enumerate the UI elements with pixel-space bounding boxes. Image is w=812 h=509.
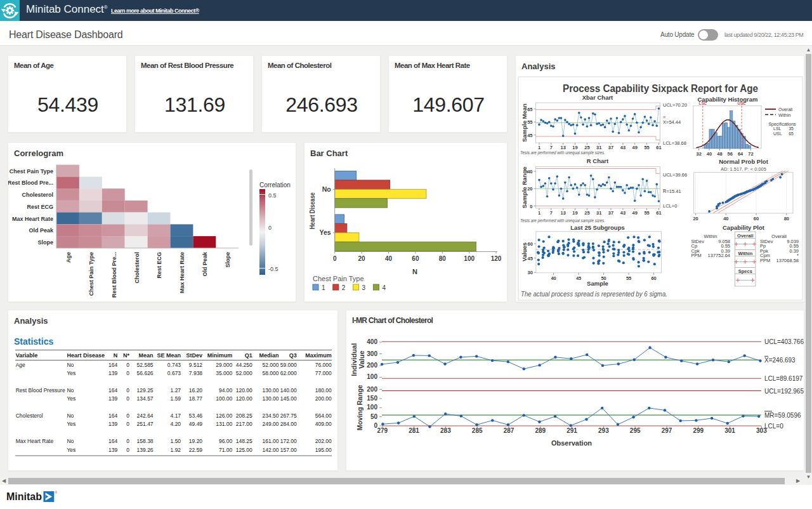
svg-text:100: 100 xyxy=(367,404,377,411)
svg-text:137752.64: 137752.64 xyxy=(708,253,730,258)
svg-text:19: 19 xyxy=(572,210,577,216)
svg-text:50: 50 xyxy=(370,413,378,420)
svg-text:100.00: 100.00 xyxy=(216,395,232,402)
svg-text:0: 0 xyxy=(126,413,129,419)
svg-text:Old Peak: Old Peak xyxy=(29,227,54,234)
svg-text:164: 164 xyxy=(108,362,117,368)
svg-text:Slope: Slope xyxy=(225,252,231,268)
svg-text:164: 164 xyxy=(108,438,117,444)
svg-text:53.46: 53.46 xyxy=(189,413,203,419)
svg-text:Cholesterol: Cholesterol xyxy=(16,413,43,419)
svg-text:295: 295 xyxy=(630,427,641,434)
svg-text:Normal Prob Plot: Normal Prob Plot xyxy=(719,158,768,165)
svg-text:300: 300 xyxy=(367,350,377,357)
svg-text:52.585: 52.585 xyxy=(137,362,154,368)
svg-text:-0.5: -0.5 xyxy=(268,266,278,272)
svg-text:No: No xyxy=(67,413,74,419)
svg-text:Age: Age xyxy=(65,252,72,263)
svg-text:Specs: Specs xyxy=(738,268,752,274)
svg-text:44.250: 44.250 xyxy=(236,362,252,368)
svg-text:59.000: 59.000 xyxy=(280,362,297,368)
svg-text:49.49: 49.49 xyxy=(189,421,203,427)
svg-text:Yes: Yes xyxy=(67,447,75,453)
svg-text:45: 45 xyxy=(527,133,532,138)
svg-text:StDev: StDev xyxy=(187,352,203,359)
svg-text:N*: N* xyxy=(123,352,129,359)
svg-text:0: 0 xyxy=(126,438,129,444)
svg-text:Max Heart Rate: Max Heart Rate xyxy=(179,252,185,293)
svg-text:1.50: 1.50 xyxy=(171,438,181,444)
svg-text:130.00: 130.00 xyxy=(263,387,279,393)
svg-text:40: 40 xyxy=(527,169,532,175)
svg-text:234.50: 234.50 xyxy=(263,413,279,419)
svg-text:Statistics: Statistics xyxy=(14,336,53,347)
svg-text:LCL=0: LCL=0 xyxy=(764,423,783,430)
svg-text:0: 0 xyxy=(333,255,337,262)
svg-text:284.00: 284.00 xyxy=(280,421,297,427)
svg-text:139: 139 xyxy=(108,370,117,376)
svg-text:157.00: 157.00 xyxy=(280,447,297,453)
svg-text:35.000: 35.000 xyxy=(216,370,232,376)
svg-text:40: 40 xyxy=(385,255,393,262)
svg-text:0: 0 xyxy=(126,447,129,453)
svg-text:45: 45 xyxy=(528,256,533,261)
svg-text:55: 55 xyxy=(527,119,532,125)
svg-text:100: 100 xyxy=(367,373,377,380)
svg-text:301: 301 xyxy=(724,427,735,434)
svg-text:130.00: 130.00 xyxy=(263,395,279,402)
svg-text:R Chart: R Chart xyxy=(587,157,609,164)
svg-text:293: 293 xyxy=(598,427,609,434)
svg-text:49: 49 xyxy=(632,210,638,216)
svg-text:Variable: Variable xyxy=(16,352,38,359)
svg-text:9.512: 9.512 xyxy=(189,362,203,368)
svg-text:40: 40 xyxy=(707,151,712,157)
svg-text:USL: USL xyxy=(738,101,746,105)
svg-text:29.000: 29.000 xyxy=(216,362,232,368)
svg-text:Sample: Sample xyxy=(587,280,608,287)
svg-text:20: 20 xyxy=(358,255,366,262)
svg-text:19.20: 19.20 xyxy=(189,438,203,444)
svg-text:R=15.41: R=15.41 xyxy=(663,188,681,194)
svg-text:180.00: 180.00 xyxy=(315,387,332,393)
svg-text:Yes: Yes xyxy=(67,370,75,376)
svg-text:32: 32 xyxy=(697,151,702,157)
svg-text:200: 200 xyxy=(367,362,377,369)
svg-text:UCL=39.66: UCL=39.66 xyxy=(663,172,687,178)
svg-text:291: 291 xyxy=(566,427,577,434)
svg-text:MR=59.0596: MR=59.0596 xyxy=(764,412,801,419)
svg-text:Mean: Mean xyxy=(139,352,154,359)
svg-text:Median: Median xyxy=(259,352,278,359)
svg-text:Last 25 Subgroups: Last 25 Subgroups xyxy=(570,224,625,231)
svg-text:PPM: PPM xyxy=(691,253,702,258)
svg-text:55: 55 xyxy=(626,275,631,281)
svg-text:Sample Range: Sample Range xyxy=(521,167,528,208)
svg-text:Cholesterol: Cholesterol xyxy=(22,192,53,198)
svg-text:N: N xyxy=(412,268,417,275)
svg-text:164: 164 xyxy=(108,387,117,393)
svg-text:148.25: 148.25 xyxy=(236,438,252,444)
svg-text:61: 61 xyxy=(656,210,661,216)
svg-text:AD: 1.517, P: < 0.005: AD: 1.517, P: < 0.005 xyxy=(721,166,766,172)
svg-text:No: No xyxy=(67,438,74,444)
svg-text:Heart Disease: Heart Disease xyxy=(308,192,316,229)
svg-text:65: 65 xyxy=(527,107,532,112)
svg-text:0.673: 0.673 xyxy=(167,370,181,376)
svg-text:279: 279 xyxy=(377,427,388,434)
svg-text:Within: Within xyxy=(704,234,717,239)
svg-text:158.38: 158.38 xyxy=(137,438,154,444)
svg-text:1.27: 1.27 xyxy=(171,387,181,393)
svg-text:0: 0 xyxy=(126,387,129,393)
svg-text:Max Heart Rate: Max Heart Rate xyxy=(16,438,54,444)
svg-text:65: 65 xyxy=(789,131,794,136)
svg-text:Rest Blood Pressure: Rest Blood Pressure xyxy=(16,387,65,393)
svg-text:7.938: 7.938 xyxy=(189,370,203,376)
svg-text:64: 64 xyxy=(738,151,743,157)
svg-text:195.00: 195.00 xyxy=(315,447,332,453)
svg-text:Rest Blood Pre...: Rest Blood Pre... xyxy=(111,252,117,298)
svg-text:200.00: 200.00 xyxy=(315,395,332,402)
svg-text:139: 139 xyxy=(108,395,117,402)
svg-text:LCL=89.6197: LCL=89.6197 xyxy=(764,375,803,382)
svg-text:1: 1 xyxy=(322,284,325,291)
svg-text:145.00: 145.00 xyxy=(280,395,297,402)
svg-text:16.20: 16.20 xyxy=(189,387,203,393)
